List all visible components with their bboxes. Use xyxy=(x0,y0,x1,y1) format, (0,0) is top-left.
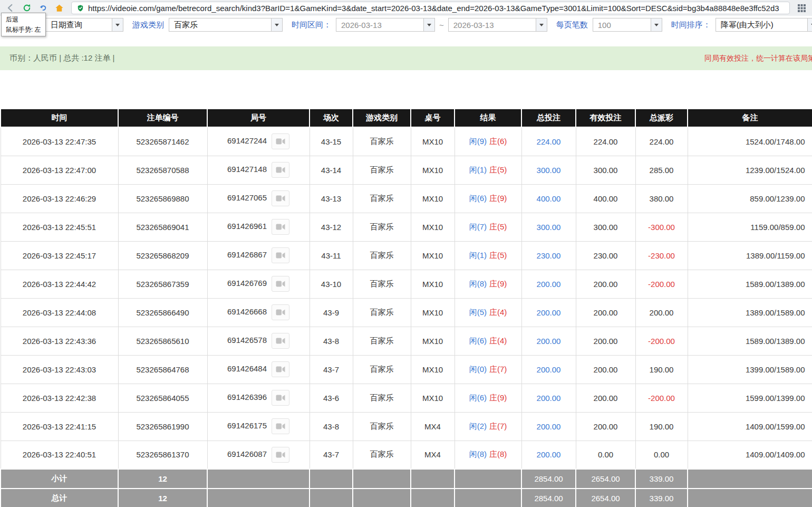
cell-session: 43-11 xyxy=(310,241,353,270)
cell-bet-id: 523265871462 xyxy=(118,127,207,156)
total-valid-bet: 2654.00 xyxy=(576,489,635,507)
cell-empty xyxy=(455,469,521,489)
cell-category: 百家乐 xyxy=(353,298,411,327)
cell-time: 2026-03-13 22:47:00 xyxy=(1,156,118,184)
chevron-down-icon[interactable] xyxy=(112,18,123,31)
cell-table-no: MX10 xyxy=(411,213,455,241)
date-query-select[interactable]: 日期查询 xyxy=(45,18,123,32)
subtotal-row: 小计 12 2854.00 2654.00 339.00 xyxy=(1,469,812,489)
cell-total-bet[interactable]: 300.00 xyxy=(521,213,576,241)
page-size-value: 100 xyxy=(593,21,651,30)
address-bar[interactable]: https://videoie.com/game/betrecord_searc… xyxy=(71,2,790,14)
video-icon xyxy=(276,195,285,202)
cell-payout: -200.00 xyxy=(635,384,688,412)
video-replay-button[interactable] xyxy=(272,418,289,434)
cell-category: 百家乐 xyxy=(353,213,411,241)
cell-bet-id: 523265868209 xyxy=(118,241,207,270)
cell-total-bet[interactable]: 200.00 xyxy=(521,327,576,355)
cell-payout: 190.00 xyxy=(635,355,688,384)
video-replay-button[interactable] xyxy=(272,162,289,178)
game-category-value: 百家乐 xyxy=(169,20,271,30)
chevron-down-icon[interactable] xyxy=(651,18,662,31)
cell-valid-bet: 400.00 xyxy=(576,184,635,213)
video-icon xyxy=(276,252,285,259)
cell-empty xyxy=(688,469,812,489)
col-header-time: 时间 xyxy=(1,109,118,127)
chevron-down-icon[interactable] xyxy=(536,18,547,31)
chevron-down-icon[interactable] xyxy=(423,18,434,31)
cell-time: 2026-03-13 22:47:35 xyxy=(1,127,118,156)
cell-empty xyxy=(688,489,812,507)
cell-round-id: 691427244 xyxy=(207,127,310,156)
cell-total-bet[interactable]: 224.00 xyxy=(521,127,576,156)
summary-bar: 币别：人民币 | 总共 :12 注单 | 同局有效投注，统一计算在该局第 xyxy=(0,46,812,70)
game-category-select[interactable]: 百家乐 xyxy=(169,18,283,32)
date-start-input[interactable]: 2026-03-13 xyxy=(336,18,435,32)
cell-result: 闲(6)庄(9) xyxy=(455,384,521,412)
sort-order-select[interactable]: 降幂(由大到小) xyxy=(716,18,812,32)
cell-total-bet[interactable]: 200.00 xyxy=(521,384,576,412)
cell-time: 2026-03-13 22:43:03 xyxy=(1,355,118,384)
cell-total-bet[interactable]: 200.00 xyxy=(521,298,576,327)
cell-table-no: MX4 xyxy=(411,441,455,469)
cell-total-bet[interactable]: 300.00 xyxy=(521,156,576,184)
video-replay-button[interactable] xyxy=(272,219,289,235)
cell-category: 百家乐 xyxy=(353,327,411,355)
cell-note: 1589.00/1389.00 xyxy=(688,270,812,298)
video-replay-button[interactable] xyxy=(272,361,289,377)
result-player: 闲(0) xyxy=(469,365,487,374)
cell-total-bet[interactable]: 200.00 xyxy=(521,270,576,298)
cell-time: 2026-03-13 22:42:38 xyxy=(1,384,118,412)
chevron-down-icon[interactable] xyxy=(807,18,812,31)
table-body: 2026-03-13 22:47:35 523265871462 6914272… xyxy=(1,127,812,469)
cell-valid-bet: 200.00 xyxy=(576,270,635,298)
video-icon xyxy=(276,309,285,316)
undo-icon xyxy=(38,3,48,13)
result-player: 闲(9) xyxy=(469,137,487,146)
cell-session: 43-13 xyxy=(310,184,353,213)
chevron-down-icon[interactable] xyxy=(271,18,282,31)
cell-session: 43-14 xyxy=(310,156,353,184)
cell-note: 859.00/1239.00 xyxy=(688,184,812,213)
cell-table-no: MX10 xyxy=(411,127,455,156)
date-end-input[interactable]: 2026-03-13 xyxy=(448,18,547,32)
refresh-icon xyxy=(22,3,32,13)
cell-category: 百家乐 xyxy=(353,156,411,184)
cell-valid-bet: 200.00 xyxy=(576,384,635,412)
cell-total-bet[interactable]: 200.00 xyxy=(521,412,576,441)
col-header-note: 备注 xyxy=(688,109,812,127)
cell-total-bet[interactable]: 400.00 xyxy=(521,184,576,213)
cell-valid-bet: 200.00 xyxy=(576,327,635,355)
apps-grid-icon[interactable] xyxy=(795,1,809,15)
cell-bet-id: 523265864768 xyxy=(118,355,207,384)
cell-category: 百家乐 xyxy=(353,355,411,384)
result-banker: 庄(5) xyxy=(489,251,507,260)
cell-note: 1589.00/1389.00 xyxy=(688,327,812,355)
video-replay-button[interactable] xyxy=(272,447,289,463)
cell-time: 2026-03-13 22:45:51 xyxy=(1,213,118,241)
cell-total-bet[interactable]: 200.00 xyxy=(521,441,576,469)
video-replay-button[interactable] xyxy=(272,304,289,320)
cell-time: 2026-03-13 22:43:36 xyxy=(1,327,118,355)
page-size-select[interactable]: 100 xyxy=(593,18,662,32)
video-replay-button[interactable] xyxy=(272,247,289,263)
home-button[interactable] xyxy=(52,1,66,15)
result-banker: 庄(5) xyxy=(489,165,507,174)
cell-session: 43-8 xyxy=(310,327,353,355)
url-text[interactable]: https://videoie.com/game/betrecord_searc… xyxy=(88,4,779,13)
cell-round-id: 691426175 xyxy=(207,412,310,441)
cell-time: 2026-03-13 22:41:15 xyxy=(1,412,118,441)
subtotal-label: 小计 xyxy=(1,469,118,489)
video-replay-button[interactable] xyxy=(272,276,289,292)
video-replay-button[interactable] xyxy=(272,190,289,206)
cell-total-bet[interactable]: 230.00 xyxy=(521,241,576,270)
cell-total-bet[interactable]: 200.00 xyxy=(521,355,576,384)
date-query-value: 日期查询 xyxy=(46,20,112,30)
round-id-value: 691426668 xyxy=(227,307,267,316)
video-replay-button[interactable] xyxy=(272,133,289,149)
result-player: 闲(6) xyxy=(469,194,487,203)
cell-result: 闲(1)庄(5) xyxy=(455,156,521,184)
video-replay-button[interactable] xyxy=(272,333,289,349)
result-banker: 庄(7) xyxy=(489,422,507,431)
video-replay-button[interactable] xyxy=(272,390,289,406)
